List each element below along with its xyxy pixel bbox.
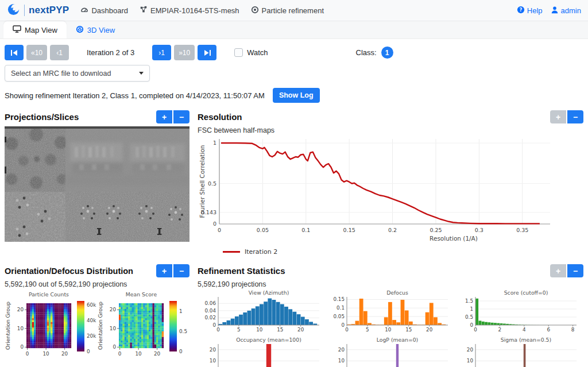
svg-text:2: 2 <box>498 327 502 333</box>
svg-text:20: 20 <box>467 347 474 353</box>
svg-text:0.06: 0.06 <box>204 300 216 306</box>
svg-text:10: 10 <box>385 327 392 333</box>
user-menu[interactable]: admin <box>551 6 581 16</box>
svg-text:0.25: 0.25 <box>430 227 442 233</box>
svg-text:20: 20 <box>61 351 68 357</box>
statistics-zoom-out-button[interactable]: − <box>567 264 583 277</box>
score-histogram: 00.511.502468Score (cutoff=0) <box>455 289 580 333</box>
svg-text:5: 5 <box>366 327 369 333</box>
statistics-subtitle: 5,592,190 projections <box>198 280 583 288</box>
svg-text:20: 20 <box>426 327 433 333</box>
fsc-chart: 00.050.10.150.20.250.30.3500.1430.51Reso… <box>198 134 583 245</box>
tab-label: 3D View <box>87 26 115 34</box>
class-badge[interactable]: 1 <box>381 47 393 59</box>
svg-text:Orientation Group: Orientation Group <box>97 302 103 350</box>
svg-text:0: 0 <box>341 322 345 328</box>
svg-text:10: 10 <box>43 351 50 357</box>
show-log-button[interactable]: Show Log <box>273 88 320 103</box>
resolution-zoom-out-button[interactable]: − <box>567 110 583 123</box>
svg-text:1: 1 <box>213 140 216 146</box>
tab-map-view[interactable]: Map View <box>3 21 67 38</box>
mean-score-heatmap: 0102001020Mean ScoreDefocus GroupOrienta… <box>97 289 189 367</box>
first-iteration-button[interactable] <box>5 45 24 60</box>
svg-text:0.35: 0.35 <box>516 227 528 233</box>
svg-text:0: 0 <box>87 349 90 354</box>
statistics-zoom-in-button[interactable]: + <box>550 264 566 277</box>
projections-zoom-out-button[interactable]: − <box>173 110 189 123</box>
svg-text:60k: 60k <box>87 302 96 308</box>
view-tabbar: Map View 3D View <box>0 21 588 39</box>
svg-text:0: 0 <box>113 344 116 350</box>
svg-text:LogP (mean=0): LogP (mean=0) <box>377 337 419 343</box>
fsc-subtitle: FSC between half-maps <box>198 126 583 134</box>
orientation-zoom-out-button[interactable]: − <box>173 264 189 277</box>
skip-last-icon <box>204 50 211 56</box>
particle-counts-heatmap: 0102001020Particle CountsDefocus GroupOr… <box>5 289 97 367</box>
back-1-button[interactable]: ‹1 <box>50 45 69 60</box>
mrc-file-select[interactable]: Select an MRC file to download <box>5 65 150 82</box>
svg-text:0: 0 <box>212 322 216 328</box>
svg-text:0: 0 <box>216 327 220 333</box>
svg-text:0.3: 0.3 <box>475 227 483 233</box>
projections-zoom-in-button[interactable]: + <box>156 110 172 123</box>
svg-text:1: 1 <box>179 308 183 314</box>
svg-text:Particle Counts: Particle Counts <box>29 291 69 298</box>
svg-text:0.1: 0.1 <box>336 305 345 311</box>
tab-3d-view[interactable]: 3D View <box>67 21 124 38</box>
svg-text:0.5: 0.5 <box>465 314 473 320</box>
resolution-zoom-in-button[interactable]: + <box>550 110 566 123</box>
nav-item-project[interactable]: EMPIAR-10164-5TS-mesh <box>140 6 239 16</box>
statistics-panel-title: Refinement Statistics <box>198 266 285 276</box>
view-azimuth-histogram: 00.020.040.0605101520View (Azimuth) <box>198 289 323 333</box>
forward-10-button[interactable]: »10 <box>174 45 195 60</box>
help-label: Help <box>527 6 543 15</box>
svg-text:Sigma (mean=0.5): Sigma (mean=0.5) <box>501 337 551 343</box>
user-label: admin <box>561 6 581 15</box>
svg-text:0.1: 0.1 <box>301 227 310 233</box>
user-icon <box>551 6 559 16</box>
orientation-zoom-in-button[interactable]: + <box>156 264 172 277</box>
svg-text:0.04: 0.04 <box>204 308 216 314</box>
brand[interactable]: nextPYP <box>7 3 69 18</box>
resolution-panel-title: Resolution <box>198 112 242 122</box>
svg-text:15: 15 <box>405 327 412 333</box>
svg-text:View (Azimuth): View (Azimuth) <box>249 289 289 296</box>
svg-text:20: 20 <box>110 307 117 312</box>
nextpyp-logo-icon <box>7 3 20 18</box>
watch-label: Watch <box>247 48 268 57</box>
svg-text:15: 15 <box>277 327 283 333</box>
svg-text:0: 0 <box>26 351 29 357</box>
last-iteration-button[interactable] <box>198 45 216 60</box>
nav-item-block[interactable]: Particle refinement <box>251 6 324 16</box>
back-10-button[interactable]: «10 <box>26 45 47 60</box>
legend-label: Iteration 2 <box>245 248 277 256</box>
svg-text:0.15: 0.15 <box>333 296 345 302</box>
legend-line-swatch <box>223 251 240 253</box>
svg-text:10: 10 <box>110 326 117 331</box>
svg-text:0.5: 0.5 <box>179 329 187 334</box>
top-navbar: nextPYP Dashboard EMPIAR-10164-5TS-mesh … <box>0 0 588 21</box>
tab-label: Map View <box>25 26 57 34</box>
cube-3d-icon <box>76 25 84 35</box>
iteration-controls: «10 ‹1 Iteration 2 of 3 ›1 »10 Watch Cla… <box>5 45 583 60</box>
svg-text:0.15: 0.15 <box>343 227 355 233</box>
mrc-select-placeholder: Select an MRC file to download <box>11 69 111 78</box>
watch-checkbox[interactable] <box>234 48 243 57</box>
logp-histogram: 01020−0.500.5LogP (mean=0) <box>326 337 451 367</box>
svg-text:Occupancy (mean=100): Occupancy (mean=100) <box>236 337 301 343</box>
svg-text:10: 10 <box>136 351 142 357</box>
svg-text:10: 10 <box>210 358 216 364</box>
svg-text:0.05: 0.05 <box>333 314 345 319</box>
sigma-histogram: 0102000.51Sigma (mean=0.5) <box>455 337 580 367</box>
defocus-histogram: 00.050.10.1505101520Defocus <box>326 289 451 333</box>
forward-1-button[interactable]: ›1 <box>152 45 171 60</box>
svg-text:0.02: 0.02 <box>204 315 216 320</box>
particle-refinement-icon <box>251 6 259 16</box>
svg-text:Orientation Group: Orientation Group <box>5 302 11 350</box>
nav-item-dashboard[interactable]: Dashboard <box>80 6 128 16</box>
nav-item-label: Dashboard <box>91 6 128 15</box>
occupancy-histogram: 0102099.699.8100100.2100.4Occupancy (mea… <box>198 337 323 367</box>
help-link[interactable]: ? Help <box>517 6 543 16</box>
svg-text:Resolution (1/A): Resolution (1/A) <box>430 235 478 242</box>
svg-text:10: 10 <box>17 326 24 331</box>
